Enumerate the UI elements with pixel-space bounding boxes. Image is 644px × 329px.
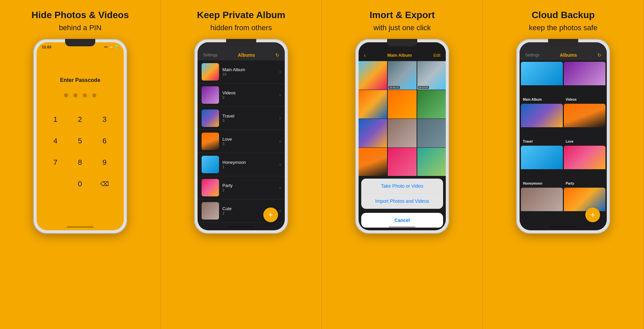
album-grid-item[interactable] [521, 188, 563, 229]
album-count: 2 [222, 188, 279, 192]
album-grid-item[interactable]: Love [564, 104, 606, 145]
phone-notch-1 [65, 39, 95, 46]
signal-icon: ▪▪▪ [104, 45, 108, 49]
fab-add-album[interactable]: + [263, 207, 278, 222]
photo-cell[interactable] [417, 90, 446, 119]
phone-frame-2: Settings Albums ↻ Main Album 19 › [194, 39, 288, 234]
photo-cell[interactable] [359, 90, 387, 119]
photo-cell[interactable] [359, 119, 387, 147]
key-3[interactable]: 3 [96, 111, 113, 128]
action-sheet: Take Photo or Video Import Photos and Vi… [361, 179, 443, 209]
panel-3-subtitle: with just one click [373, 23, 431, 32]
chevron-icon: › [279, 162, 281, 167]
home-indicator-1 [67, 226, 94, 228]
home-indicator-2 [228, 226, 255, 228]
fab-add-cloud[interactable]: + [585, 207, 600, 222]
key-2[interactable]: 2 [71, 111, 89, 128]
key-4[interactable]: 4 [47, 132, 64, 150]
refresh-icon-4[interactable]: ↻ [597, 52, 601, 58]
chevron-icon: › [279, 116, 281, 121]
album-grid-thumb [564, 146, 606, 169]
import-panel: Imort & Export with just one click ‹ Mai… [322, 0, 483, 329]
phone-screen-3: ‹ Main Album Edit 00:30:15 00:10:02 [359, 42, 446, 230]
pin-panel: Hide Photos & Videos behind a PIN 11:03 … [0, 0, 161, 329]
album-grid-thumb [521, 104, 563, 127]
back-button[interactable]: ‹ [364, 52, 366, 58]
edit-button[interactable]: Edit [433, 53, 440, 58]
album-grid-item[interactable]: Party [564, 146, 606, 187]
photo-cell[interactable] [417, 119, 446, 147]
cloud-panel: Cloud Backup keep the photos safe Settin… [483, 0, 644, 329]
chevron-icon: › [279, 208, 281, 213]
phone-notch-3 [387, 39, 417, 46]
album-grid-label: Party [566, 182, 574, 185]
chevron-icon: › [279, 69, 281, 74]
phone-frame-1: 11:03 ▪▪▪ 📶 🔋 Enter Passcode 1 2 [33, 39, 127, 234]
key-6[interactable]: 6 [96, 132, 113, 150]
key-5[interactable]: 5 [71, 132, 89, 150]
panel-1-title: Hide Photos & Videos [32, 9, 129, 21]
album-info-main: Main Album 19 [222, 67, 279, 76]
album-grid: Main Album Videos Travel Love [520, 60, 607, 230]
list-item[interactable]: Videos 2 › [198, 84, 285, 107]
photo-cell[interactable] [359, 61, 387, 90]
key-9[interactable]: 9 [96, 154, 113, 171]
refresh-icon[interactable]: ↻ [275, 52, 279, 58]
settings-link-4[interactable]: Settings [525, 53, 539, 57]
key-1[interactable]: 1 [47, 111, 64, 128]
phone-screen-1: 11:03 ▪▪▪ 📶 🔋 Enter Passcode 1 2 [37, 42, 124, 230]
album-grid-label: Love [566, 140, 574, 143]
phone-screen-2: Settings Albums ↻ Main Album 19 › [198, 42, 285, 230]
photo-cell[interactable]: 00:10:02 [417, 61, 446, 90]
album-thumb-cute [202, 202, 219, 220]
album-grid-item[interactable]: Honeymoon [521, 146, 563, 187]
import-photos-button[interactable]: Import Photos and Videos [361, 194, 443, 209]
take-photo-button[interactable]: Take Photo or Video [361, 179, 443, 194]
panel-2-subtitle: hidden from others [210, 23, 272, 32]
album-grid-thumb [521, 62, 563, 85]
album-count: 2 [222, 95, 279, 99]
cloud-album-screen: Settings Albums ↻ Main Album Videos [520, 42, 607, 230]
album-name: Love [222, 137, 279, 142]
photo-cell[interactable] [388, 119, 416, 147]
key-delete[interactable]: ⌫ [96, 175, 113, 193]
photo-cell[interactable] [359, 148, 387, 176]
album-grid-label: Main Album [523, 98, 542, 101]
list-item[interactable]: Honeymoon 1 › [198, 153, 285, 176]
photo-cell[interactable] [417, 148, 446, 176]
keypad: 1 2 3 4 5 6 7 8 9 0 ⌫ [47, 111, 114, 193]
photo-grid-screen: ‹ Main Album Edit 00:30:15 00:10:02 [359, 42, 446, 230]
list-item[interactable]: Party 2 › [198, 176, 285, 199]
home-indicator-3 [389, 226, 416, 228]
cancel-button[interactable]: Cancel [361, 213, 443, 228]
photo-cell[interactable] [388, 148, 416, 176]
list-item[interactable]: Love 3 › [198, 130, 285, 153]
album-info-travel: Travel 3 [222, 113, 279, 123]
phone-screen-4: Settings Albums ↻ Main Album Videos [520, 42, 607, 230]
photo-cell[interactable] [388, 90, 416, 119]
album-grid-item[interactable]: Main Album [521, 62, 563, 103]
list-item[interactable]: Main Album 19 › [198, 60, 285, 84]
albums-screen: Settings Albums ↻ Main Album 19 › [198, 42, 285, 230]
album-count: 3 [222, 142, 279, 146]
album-info-love: Love 3 [222, 137, 279, 146]
album-thumb-main [202, 63, 219, 81]
list-item[interactable]: Travel 3 › [198, 107, 285, 130]
panel-3-title: Imort & Export [370, 9, 435, 21]
album-thumb-honeymoon [202, 156, 219, 173]
album-grid-item[interactable]: Travel [521, 104, 563, 145]
album-grid-label: Videos [566, 98, 577, 101]
album-grid-thumb [564, 188, 606, 211]
key-8[interactable]: 8 [71, 154, 89, 171]
key-7[interactable]: 7 [47, 154, 64, 171]
album-grid-item[interactable]: Videos [564, 62, 606, 103]
album-grid-item[interactable] [564, 188, 606, 229]
album-count: 3 [222, 119, 279, 123]
key-0[interactable]: 0 [71, 175, 89, 193]
settings-link[interactable]: Settings [203, 53, 217, 57]
album-grid-label: Honeymoon [523, 182, 542, 185]
album-thumb-love [202, 133, 219, 150]
photo-cell[interactable]: 00:30:15 [388, 61, 416, 90]
panel-2-title: Keep Private Album [197, 9, 285, 21]
album-grid-label: Travel [523, 140, 533, 143]
